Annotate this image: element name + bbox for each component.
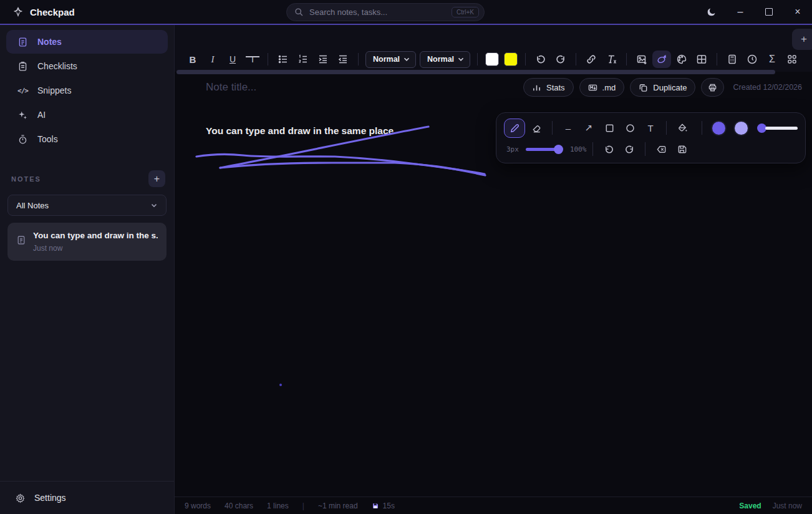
heading-select[interactable]: Normal bbox=[365, 51, 416, 68]
gear-icon bbox=[15, 493, 26, 503]
redo-icon bbox=[624, 144, 635, 155]
rectangle-tool-button[interactable] bbox=[600, 119, 619, 137]
size-slider-thumb[interactable] bbox=[554, 145, 563, 154]
draw-toolbar: – ↗ T bbox=[496, 112, 806, 163]
line-tool-button[interactable]: – bbox=[559, 119, 578, 137]
text-tool-button[interactable]: T bbox=[641, 119, 660, 137]
draw-undo-button[interactable] bbox=[599, 140, 618, 158]
sidebar-spacer bbox=[0, 261, 174, 481]
add-note-button[interactable]: + bbox=[148, 170, 165, 187]
line-count: 1 lines bbox=[267, 502, 289, 510]
color-primary-swatch[interactable] bbox=[711, 120, 727, 136]
indent-button[interactable] bbox=[314, 51, 332, 68]
eraser-icon bbox=[531, 123, 542, 133]
outdent-icon bbox=[337, 54, 349, 65]
save-drawing-button[interactable] bbox=[672, 140, 691, 158]
calculator-button[interactable] bbox=[723, 51, 742, 68]
redo-button[interactable] bbox=[551, 51, 570, 68]
bullet-list-button[interactable] bbox=[274, 51, 292, 68]
link-button[interactable] bbox=[582, 51, 601, 68]
global-search-input[interactable]: Search notes, tasks... Ctrl+K bbox=[286, 3, 485, 21]
app-logo-icon bbox=[12, 6, 24, 17]
bold-button[interactable]: B bbox=[183, 51, 202, 68]
underline-button[interactable]: U bbox=[223, 51, 242, 68]
divider bbox=[592, 142, 593, 156]
draw-mode-button[interactable] bbox=[652, 51, 671, 68]
sidebar-item-label: Checklists bbox=[37, 61, 77, 71]
strikethrough-button[interactable]: T bbox=[243, 51, 262, 68]
math-button[interactable]: Σ bbox=[763, 51, 781, 68]
sidebar-item-notes[interactable]: Notes bbox=[6, 30, 168, 54]
sidebar-item-tools[interactable]: Tools bbox=[6, 127, 168, 151]
search-placeholder: Search notes, tasks... bbox=[309, 7, 452, 17]
close-button[interactable]: × bbox=[783, 0, 812, 24]
divider bbox=[552, 121, 553, 135]
shortcuts-button[interactable] bbox=[783, 51, 801, 68]
circle-tool-button[interactable] bbox=[621, 119, 639, 137]
stroke-size-slider[interactable] bbox=[526, 145, 563, 154]
font-select[interactable]: Normal bbox=[420, 51, 470, 68]
clock-icon bbox=[747, 54, 758, 65]
insert-image-button[interactable] bbox=[632, 51, 651, 68]
timer-button[interactable] bbox=[743, 51, 761, 68]
maximize-icon bbox=[765, 8, 773, 16]
draw-redo-button[interactable] bbox=[620, 140, 639, 158]
chevron-down-icon bbox=[150, 201, 158, 210]
md-label: .md bbox=[602, 83, 616, 92]
toolbar-scrollbar[interactable] bbox=[176, 70, 775, 74]
text-color-swatch[interactable] bbox=[485, 52, 499, 66]
search-icon bbox=[294, 7, 304, 17]
export-md-button[interactable]: .md bbox=[579, 78, 625, 97]
theme-toggle-button[interactable] bbox=[697, 0, 726, 24]
stroke-size-label: 3px bbox=[506, 145, 519, 153]
stopwatch-icon bbox=[17, 134, 28, 145]
opacity-slider-track bbox=[765, 127, 798, 130]
floppy-icon bbox=[677, 144, 687, 155]
arrow-tool-button[interactable]: ↗ bbox=[579, 119, 598, 137]
redo-icon bbox=[555, 54, 566, 65]
clear-canvas-button[interactable] bbox=[652, 140, 670, 158]
sidebar-item-settings[interactable]: Settings bbox=[0, 481, 174, 514]
code-icon: </> bbox=[17, 85, 28, 96]
note-item-time: Just now bbox=[33, 244, 158, 253]
notes-filter-select[interactable]: All Notes bbox=[7, 195, 167, 216]
numbered-list-button[interactable] bbox=[294, 51, 312, 68]
stats-button[interactable]: Stats bbox=[523, 78, 574, 97]
chevron-down-icon bbox=[402, 55, 411, 64]
minimize-button[interactable]: – bbox=[726, 0, 755, 24]
note-title-input[interactable]: Note title... bbox=[206, 81, 518, 94]
undo-button[interactable] bbox=[531, 51, 550, 68]
indent-icon bbox=[317, 54, 329, 65]
opacity-slider[interactable] bbox=[757, 124, 798, 133]
editor-text-line[interactable]: You can type and draw in the same place bbox=[206, 125, 394, 137]
pencil-tool-button[interactable] bbox=[504, 119, 525, 138]
fill-tool-button[interactable] bbox=[673, 119, 692, 137]
duplicate-button[interactable]: Duplicate bbox=[630, 78, 695, 97]
note-editor-canvas[interactable]: You can type and draw in the same place bbox=[175, 103, 812, 497]
table-icon bbox=[696, 54, 707, 65]
color-secondary-swatch[interactable] bbox=[733, 120, 749, 136]
eraser-tool-button[interactable] bbox=[527, 119, 546, 137]
palette-button[interactable] bbox=[672, 51, 691, 68]
sparkles-icon bbox=[17, 110, 28, 120]
duplicate-label: Duplicate bbox=[653, 83, 687, 92]
sidebar-item-ai[interactable]: AI bbox=[6, 103, 168, 127]
note-list-item[interactable]: You can type and draw in the s... Just n… bbox=[7, 223, 167, 261]
maximize-button[interactable] bbox=[755, 0, 783, 24]
italic-button[interactable]: I bbox=[203, 51, 222, 68]
print-button[interactable] bbox=[701, 78, 724, 97]
window-controls: – × bbox=[697, 0, 812, 24]
outdent-button[interactable] bbox=[334, 51, 352, 68]
draw-toolbar-row-1: – ↗ T bbox=[504, 118, 798, 138]
strike-bar bbox=[246, 56, 259, 57]
sidebar: Notes Checklists </> Snippets bbox=[0, 25, 175, 514]
draw-toolbar-row-2: 3px 100% bbox=[504, 139, 798, 159]
clear-format-button[interactable] bbox=[602, 51, 621, 68]
sidebar-item-label: AI bbox=[37, 110, 46, 120]
note-title-row: Note title... Stats .md Duplicate bbox=[175, 72, 812, 103]
checklist-icon bbox=[17, 61, 28, 72]
sidebar-item-snippets[interactable]: </> Snippets bbox=[6, 79, 168, 102]
table-button[interactable] bbox=[692, 51, 711, 68]
highlight-color-swatch[interactable] bbox=[504, 52, 518, 66]
sidebar-item-checklists[interactable]: Checklists bbox=[6, 54, 168, 78]
